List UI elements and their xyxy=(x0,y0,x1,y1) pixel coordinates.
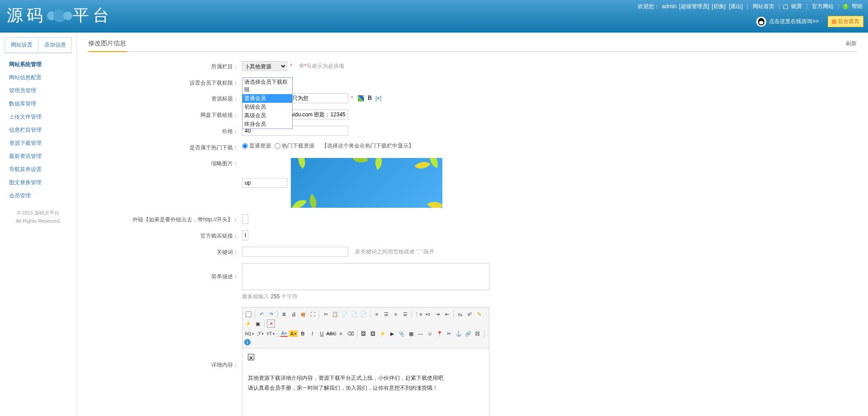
switch-link[interactable]: [切换] xyxy=(711,3,726,10)
menu-download[interactable]: 资源下载管理 xyxy=(9,140,42,146)
bold-icon[interactable]: B xyxy=(368,95,372,102)
menu-database[interactable]: 数据库管理 xyxy=(9,100,36,107)
source-icon[interactable] xyxy=(244,310,252,318)
bracket-icon[interactable]: [≠] xyxy=(375,95,381,101)
category-select[interactable]: |-其他资源 xyxy=(242,61,287,71)
menu-system[interactable]: 网站系统管理 xyxy=(9,61,42,67)
outdent-icon[interactable]: ⇤ xyxy=(443,310,451,318)
admin-link[interactable]: admin xyxy=(662,3,677,10)
fullscreen-icon[interactable]: ⛶ xyxy=(308,310,317,318)
sidebar-tab-settings[interactable]: 网站设置 xyxy=(5,37,38,53)
extlink-input[interactable] xyxy=(242,214,248,224)
desc-textarea[interactable] xyxy=(242,263,489,290)
list-ul-icon[interactable]: •≡ xyxy=(424,310,432,318)
perm-opt-senior[interactable]: 高级会员 xyxy=(242,111,292,120)
sidebar-menu: 网站系统管理 网站信息配置 管理员管理 数据库管理 上传文件管理 信息栏目管理 … xyxy=(0,58,76,202)
paste-icon[interactable]: 📄 xyxy=(341,310,349,318)
emoji-icon[interactable]: ☺ xyxy=(426,330,434,338)
select-all-icon[interactable]: ▣ xyxy=(254,320,262,328)
template-icon[interactable]: ▦ xyxy=(299,310,307,318)
preview-icon[interactable]: 🗎 xyxy=(280,310,288,318)
label-title: 资源标题： xyxy=(88,93,242,103)
menu-column[interactable]: 信息栏目管理 xyxy=(9,127,42,133)
refresh-link[interactable]: 刷新 xyxy=(846,40,857,48)
menu-admin[interactable]: 管理员管理 xyxy=(9,87,36,94)
image-icon[interactable]: 🖼 xyxy=(360,330,368,338)
remove-icon[interactable]: ✕ xyxy=(267,320,275,328)
official-link[interactable]: 官方网站 xyxy=(812,3,834,10)
logout-link[interactable]: [退出] xyxy=(729,3,743,10)
site-home-link[interactable]: 网站首页 xyxy=(753,3,774,10)
bg-color-icon[interactable]: A xyxy=(289,330,297,337)
cut-icon[interactable]: ✂ xyxy=(322,310,330,318)
paste-text-icon[interactable]: 📄 xyxy=(350,310,358,318)
lineheight-icon[interactable]: ≡ xyxy=(337,330,345,338)
sidebar-tab-add[interactable]: 添加信息 xyxy=(38,37,72,53)
align-justify-icon[interactable]: ☰ xyxy=(401,310,409,318)
clouds-icon xyxy=(48,10,71,22)
paste-word-icon[interactable]: 📄 xyxy=(360,310,368,318)
redo-icon[interactable]: ↷ xyxy=(267,310,275,318)
align-right-icon[interactable]: ≡ xyxy=(392,310,400,318)
removeformat-icon[interactable]: ⌫ xyxy=(346,330,355,338)
anchor-icon[interactable]: ⚓ xyxy=(455,330,463,338)
menu-nav[interactable]: 导航菜单设置 xyxy=(9,166,42,172)
file-icon[interactable]: 📎 xyxy=(398,330,406,338)
perm-opt-placeholder[interactable]: 请选择会员下载权限 xyxy=(242,78,292,94)
strike-icon[interactable]: ABC xyxy=(327,330,336,338)
color-picker-icon[interactable] xyxy=(358,95,364,101)
perm-opt-lifetime[interactable]: 终身会员 xyxy=(242,120,292,129)
menu-member[interactable]: 会员管理 xyxy=(9,192,31,199)
hr-icon[interactable]: — xyxy=(417,330,425,338)
italic-icon[interactable]: I xyxy=(308,330,317,338)
indent-icon[interactable]: ⇥ xyxy=(433,310,441,318)
desc-counter: 最多能输入 255 个字符 xyxy=(242,293,298,301)
help-link[interactable]: 帮助 xyxy=(852,3,863,10)
heading-dropdown[interactable]: H1 xyxy=(244,331,255,336)
pagebreak-icon[interactable]: ✂ xyxy=(445,330,453,338)
table-icon[interactable]: ▦ xyxy=(407,330,415,338)
quickformat-icon[interactable]: ⚡ xyxy=(244,320,252,328)
consult-link[interactable]: 点击这里在线咨询>> xyxy=(769,18,819,25)
list-ol-icon[interactable]: ⋮≡ xyxy=(414,310,422,318)
print-icon[interactable]: 🖨 xyxy=(289,310,298,318)
label-extlink: 外链【如果是要外链出去，带http://开头】： xyxy=(88,214,242,224)
align-left-icon[interactable]: ≡ xyxy=(373,310,381,318)
align-center-icon[interactable]: ☰ xyxy=(382,310,390,318)
thumb-input[interactable] xyxy=(242,178,287,188)
clear-format-icon[interactable]: ✎ xyxy=(475,310,483,318)
underline-icon[interactable]: U xyxy=(318,330,326,338)
font-size-dropdown[interactable]: ᴛT xyxy=(266,331,275,337)
menu-imagetext[interactable]: 图文替换管理 xyxy=(9,179,42,186)
perm-opt-normal[interactable]: 普通会员 xyxy=(242,94,292,103)
font-family-dropdown[interactable]: ℱ xyxy=(256,331,264,337)
menu-siteinfo[interactable]: 网站信息配置 xyxy=(9,74,42,81)
superscript-icon[interactable]: x² xyxy=(465,310,474,318)
about-icon[interactable]: i xyxy=(244,339,251,345)
bold-icon[interactable]: B xyxy=(299,330,307,338)
keyword-hint: 多关键词之间用空格或者 "," 隔开 xyxy=(355,248,434,256)
flash-icon[interactable]: ⚡ xyxy=(379,330,387,338)
menu-news[interactable]: 最新资讯管理 xyxy=(9,153,42,159)
perm-opt-junior[interactable]: 初级会员 xyxy=(242,103,292,111)
editor-content[interactable]: 其他资源下载详细介绍内容，资源下载平台正式上线，小伙伴们，赶紧下载使用吧 请认真… xyxy=(242,349,489,416)
link-icon[interactable]: 🔗 xyxy=(464,330,472,338)
back-home-button[interactable]: 后台首页 xyxy=(828,16,863,27)
subscript-icon[interactable]: x₂ xyxy=(456,310,464,318)
multi-image-icon[interactable]: 🖼 xyxy=(369,330,377,338)
map-icon[interactable]: 📍 xyxy=(436,330,444,338)
copy-icon[interactable]: 📋 xyxy=(331,310,339,318)
media-icon[interactable]: ▶ xyxy=(388,330,396,338)
keyword-input[interactable] xyxy=(242,247,348,257)
buyurl-input[interactable] xyxy=(242,230,248,240)
hot-radio-normal[interactable]: 普通资源 xyxy=(242,142,271,150)
hot-radio-hot[interactable]: 热门下载资源 xyxy=(275,142,314,150)
permission-dropdown[interactable]: 请选择会员下载权限 普通会员 初级会员 高级会员 终身会员 xyxy=(242,77,293,129)
lock-link[interactable]: 锁屏 xyxy=(791,3,802,10)
font-color-icon[interactable]: A xyxy=(280,330,288,337)
undo-icon[interactable]: ↶ xyxy=(257,310,266,318)
help-icon: ? xyxy=(843,4,849,10)
label-desc: 简单描述： xyxy=(88,263,242,281)
unlink-icon[interactable]: ⛓ xyxy=(474,330,482,338)
menu-upload[interactable]: 上传文件管理 xyxy=(9,114,42,120)
